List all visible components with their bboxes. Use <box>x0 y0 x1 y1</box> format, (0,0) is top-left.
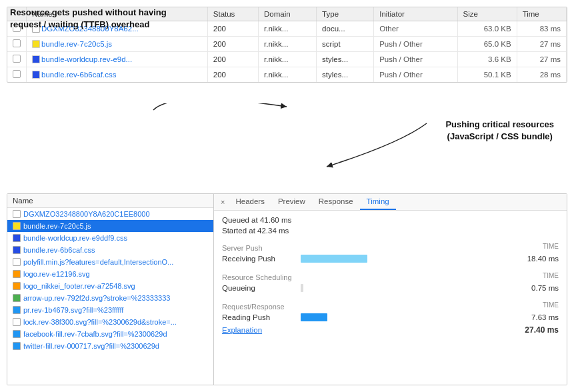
timing-bar <box>301 313 327 321</box>
file-icon <box>13 210 21 218</box>
timing-queued-row: Queued at 41.60 ms <box>222 216 559 224</box>
tab-headers[interactable]: Headers <box>229 194 271 210</box>
table-row[interactable]: bundle-worldcup.rev-e9d... 200 r.nikk...… <box>7 52 567 67</box>
file-icon <box>13 330 21 338</box>
timing-bar <box>301 255 367 263</box>
col-header-type: Type <box>317 7 374 21</box>
table-row[interactable]: bundle.rev-7c20c5.js 200 r.nikk... scrip… <box>7 37 567 52</box>
timing-section-header: Server Push TIME <box>222 237 559 255</box>
file-list-item[interactable]: facebook-fill.rev-7cbafb.svg?fill=%23006… <box>7 328 213 340</box>
file-name: logo.rev-e12196.svg <box>23 270 90 278</box>
file-icon <box>13 234 21 242</box>
file-name: logo_nikkei_footer.rev-a72548.svg <box>23 282 135 290</box>
file-list-item[interactable]: arrow-up.rev-792f2d.svg?stroke=%23333333 <box>7 292 213 304</box>
file-name: bundle-worldcup.rev-e9ddf9.css <box>23 234 127 242</box>
file-list-item[interactable]: bundle-worldcup.rev-e9ddf9.css <box>7 232 213 244</box>
arrows-decoration <box>0 103 574 190</box>
file-name: arrow-up.rev-792f2d.svg?stroke=%23333333 <box>23 294 170 302</box>
timing-section-header: Request/Response TIME <box>222 296 559 313</box>
file-icon <box>13 222 21 230</box>
col-header-size: Size <box>457 7 517 21</box>
file-list-panel: Name DGXMZO32348800Y8A620C1EE8000bundle.… <box>7 194 214 385</box>
tab-timing[interactable]: Timing <box>360 194 396 210</box>
file-list-item[interactable]: pr.rev-1b4679.svg?fill=%23ffffff <box>7 304 213 316</box>
total-time: 27.40 ms <box>522 325 559 335</box>
col-header-initiator: Initiator <box>374 7 457 21</box>
file-name: DGXMZO32348800Y8A620C1EE8000 <box>23 210 150 218</box>
file-icon <box>13 270 21 278</box>
timing-bar-container <box>301 313 517 321</box>
file-list-item[interactable]: polyfill.min.js?features=default,Interse… <box>7 256 213 268</box>
timing-bar-row: Queueing 0.75 ms <box>222 284 559 292</box>
col-header-domain: Domain <box>259 7 317 21</box>
tab-close[interactable]: × <box>217 195 229 209</box>
bottom-section: Name DGXMZO32348800Y8A620C1EE8000bundle.… <box>7 193 567 385</box>
table-row[interactable]: bundle.rev-6b6caf.css 200 r.nikk... styl… <box>7 67 567 83</box>
file-icon <box>13 318 21 326</box>
file-name: twitter-fill.rev-000717.svg?fill=%230062… <box>23 342 159 350</box>
file-list-header: Name <box>7 194 213 208</box>
file-icon <box>13 246 21 254</box>
file-list-item[interactable]: bundle.rev-7c20c5.js <box>7 220 213 232</box>
timing-section-header: Resource Scheduling TIME <box>222 267 559 284</box>
top-network-table: Name Status Domain Type Initiator Size T… <box>7 7 567 83</box>
file-icon <box>13 306 21 314</box>
explanation-link[interactable]: Explanation <box>222 326 262 334</box>
file-list-item[interactable]: bundle.rev-6b6caf.css <box>7 244 213 256</box>
file-icon <box>13 258 21 266</box>
row-checkbox[interactable] <box>13 70 21 78</box>
timing-tabs: × Headers Preview Response Timing <box>214 194 567 211</box>
file-type-icon <box>32 55 40 63</box>
file-type-icon <box>32 71 40 79</box>
timing-bar-container <box>301 284 517 292</box>
file-name: polyfill.min.js?features=default,Interse… <box>23 258 173 266</box>
timing-started-row: Started at 42.34 ms <box>222 227 559 235</box>
file-name: lock.rev-38f300.svg?fill=%2300629d&strok… <box>23 318 177 326</box>
row-checkbox[interactable] <box>13 55 21 63</box>
file-list-item[interactable]: logo_nikkei_footer.rev-a72548.svg <box>7 280 213 292</box>
timing-panel: × Headers Preview Response Timing Queued… <box>214 194 567 385</box>
file-type-icon <box>32 40 40 48</box>
file-icon <box>13 282 21 290</box>
file-list-item[interactable]: logo.rev-e12196.svg <box>7 268 213 280</box>
col-header-status: Status <box>207 7 258 21</box>
timing-bar-container <box>301 255 517 263</box>
annotation-right: Pushing critical resources (JavaScript /… <box>445 119 554 143</box>
timing-content: Queued at 41.60 ms Started at 42.34 ms S… <box>214 211 567 340</box>
file-list-item[interactable]: DGXMZO32348800Y8A620C1EE8000 <box>7 208 213 220</box>
file-list-item[interactable]: twitter-fill.rev-000717.svg?fill=%230062… <box>7 340 213 352</box>
tab-response[interactable]: Response <box>312 194 360 210</box>
file-icon <box>13 342 21 350</box>
col-header-checkbox <box>7 7 27 21</box>
timing-bar-row: Receiving Push 18.40 ms <box>222 255 559 263</box>
file-icon <box>13 294 21 302</box>
file-list-item[interactable]: lock.rev-38f300.svg?fill=%2300629d&strok… <box>7 316 213 328</box>
tab-preview[interactable]: Preview <box>271 194 312 210</box>
file-name: bundle.rev-6b6caf.css <box>23 246 95 254</box>
timing-bar-row: Reading Push 7.63 ms <box>222 313 559 321</box>
file-name: pr.rev-1b4679.svg?fill=%23ffffff <box>23 306 123 314</box>
file-name: bundle.rev-7c20c5.js <box>23 222 91 230</box>
row-checkbox[interactable] <box>13 24 21 32</box>
timing-bar <box>301 284 303 292</box>
file-name: facebook-fill.rev-7cbafb.svg?fill=%23006… <box>23 330 167 338</box>
col-header-time: Time <box>517 7 566 21</box>
table-row[interactable]: DGXMZO32348800Y8A62... 200 r.nikk... doc… <box>7 21 567 37</box>
row-checkbox[interactable] <box>13 39 21 47</box>
file-type-icon <box>32 25 40 33</box>
col-header-name: Name <box>27 7 208 21</box>
